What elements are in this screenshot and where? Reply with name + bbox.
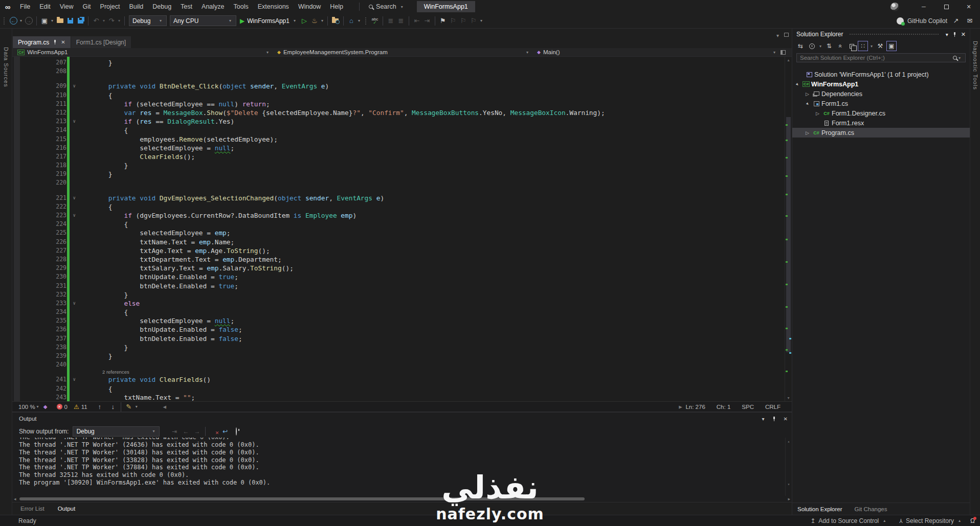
tree-item-winformsapp1[interactable]: ▾C#WinFormsApp1 [792,79,970,89]
breadcrumb-type[interactable]: ◆ EmployeeManagementSystem.Program ▾ [272,48,532,56]
word-wrap-button[interactable]: ↩ [219,428,231,435]
clear-bookmarks-button[interactable]: ⚐ [469,15,479,27]
warning-count[interactable]: 11 [81,404,87,410]
next-issue-button[interactable]: ↓ [108,401,118,413]
chevron-down-icon[interactable]: ▾ [479,18,484,23]
tab-output[interactable]: Output [58,506,76,512]
output-source-dropdown[interactable]: Debug ▾ [73,426,160,437]
codelens-references[interactable]: 2 references [12,369,792,375]
indent-button[interactable]: ⇥ [422,15,432,27]
switch-views-icon[interactable]: ⇆ [795,41,806,51]
menu-item-analyze[interactable]: Analyze [197,0,229,13]
code-line[interactable]: 226 txtName.Text = emp.Name; [12,238,792,246]
diagnostic-tools-tab[interactable]: Diagnostic Tools [972,41,978,90]
editor-horizontal-scrollbar[interactable] [170,402,676,411]
code-line[interactable]: 237 btnDelete.Enabled = false; [12,334,792,343]
code-line[interactable]: 217 ClearFields(); [12,152,792,161]
code-line[interactable]: 216 selectedEmployee = null; [12,144,792,152]
menu-item-tools[interactable]: Tools [229,0,253,13]
close-icon[interactable]: ✕ [784,416,788,422]
pending-changes-filter-icon[interactable] [807,41,817,51]
chevron-down-icon[interactable]: ▾ [818,44,823,49]
scroll-up-icon[interactable]: ▴ [786,438,792,446]
menu-item-help[interactable]: Help [325,0,348,13]
close-icon[interactable]: ✕ [61,39,65,45]
tree-item-solution-winformsapp1-1-of-1-project-[interactable]: Solution 'WinFormsApp1' (1 of 1 project) [792,70,970,79]
chevron-down-icon[interactable]: ▾ [357,18,362,23]
code-line[interactable]: 240 [12,360,792,369]
chevron-down-icon[interactable]: ▾ [134,404,139,409]
goto-message-button[interactable]: ⇥ [169,428,180,435]
start-debugging-button[interactable]: ▶ WinFormsApp1 ▾ [240,17,297,25]
scroll-right-icon[interactable]: ▸ [675,401,685,413]
collapse-all-icon[interactable]: « [835,41,845,51]
menu-item-extensions[interactable]: Extensions [253,0,294,13]
data-sources-tab[interactable]: Data Sources [3,47,9,87]
scroll-right-icon[interactable]: ▸ [788,496,790,502]
menu-item-file[interactable]: File [15,0,35,13]
menu-item-window[interactable]: Window [294,0,325,13]
code-line[interactable]: 208 [12,67,792,76]
menu-item-test[interactable]: Test [176,0,197,13]
code-line[interactable]: 223∨ if (dgvEmployees.CurrentRow?.DataBo… [12,211,792,220]
code-line[interactable]: 230 btnUpdate.Enabled = true; [12,272,792,281]
menu-item-edit[interactable]: Edit [35,0,55,13]
code-line[interactable]: 211 if (selectedEmployee == null) return… [12,100,792,108]
code-line[interactable]: 222 { [12,202,792,211]
scroll-down-icon[interactable]: ▾ [786,481,792,489]
chevron-down-icon[interactable]: ▾ [18,18,24,23]
code-line[interactable]: 215 employees.Remove(selectedEmployee); [12,135,792,144]
code-line[interactable]: 219 } [12,170,792,178]
output-horizontal-scrollbar[interactable]: ◂ ▸ [12,496,792,502]
code-line[interactable]: 227 txtAge.Text = emp.Age.ToString(); [12,246,792,255]
breadcrumb-project[interactable]: C# WinFormsApp1 ▾ [12,48,272,56]
redo-button[interactable]: ↷ [106,15,117,27]
preview-selected-items-icon[interactable]: ▣ [886,41,897,51]
show-all-files-icon[interactable]: ∷ [858,41,868,51]
scroll-down-icon[interactable]: ▾ [785,396,792,400]
window-position-icon[interactable]: ▾ [762,416,765,422]
window-position-icon[interactable]: ▾ [946,32,948,37]
code-line[interactable]: 233∨ else [12,299,792,308]
previous-message-button[interactable]: ← [180,428,191,435]
notifications-bell-icon[interactable]: Ω [970,517,975,524]
tree-item-form1-designer-cs[interactable]: ▷C#Form1.Designer.cs [792,108,970,118]
code-line[interactable]: 209∨ private void BtnDelete_Click(object… [12,82,792,90]
code-line[interactable]: 228 txtDepartment.Text = emp.Department; [12,255,792,264]
save-all-button[interactable] [75,15,85,27]
error-count[interactable]: 0 [64,404,68,410]
breakpoint-margin[interactable] [14,57,20,401]
next-bookmark-button[interactable]: ⚐ [458,15,469,27]
comment-button[interactable]: ≣ [386,15,396,27]
toggle-bookmark-button[interactable]: ⚑ [438,15,448,27]
search-box[interactable]: Search ▾ [364,2,410,11]
add-to-source-control-button[interactable]: ↥ Add to Source Control ▴ [806,517,891,524]
find-in-files-button[interactable] [330,15,341,27]
pin-icon[interactable] [53,39,57,45]
code-line[interactable]: 210 { [12,91,792,100]
output-log[interactable]: The thread '.NET TP Worker' has exited w… [12,438,792,496]
code-line[interactable]: 238 } [12,343,792,352]
github-copilot-button[interactable]: GitHub Copilot ↗ ✉ [897,15,980,27]
wrench-icon[interactable]: ⚒ [875,41,885,51]
pin-icon[interactable] [952,32,957,37]
document-health-icon[interactable]: ◆ [40,401,51,413]
maximize-button[interactable] [935,0,957,13]
float-window-icon[interactable] [784,33,789,37]
tab-error-list[interactable]: Error List [20,506,44,512]
solution-platform-dropdown[interactable]: Any CPU ▾ [170,15,236,26]
new-project-button[interactable]: ▣ [39,15,50,27]
menu-item-view[interactable]: View [55,0,78,13]
expander-icon[interactable]: ▾ [793,80,802,89]
start-without-debugging-button[interactable]: ▷ [299,15,309,27]
navigate-back-button[interactable]: ← [8,15,18,27]
code-editor[interactable]: 207 }208209∨ private void BtnDelete_Clic… [12,57,792,401]
code-line[interactable]: 214 { [12,126,792,134]
code-line[interactable]: 213∨ if (res == DialogResult.Yes) [12,117,792,126]
tab-git-changes[interactable]: Git Changes [855,506,887,512]
tree-item-form1-cs[interactable]: ▾Form1.cs [792,99,970,108]
code-cleanup-button[interactable]: ✎ [124,401,134,413]
code-line[interactable]: 239 } [12,352,792,360]
breadcrumb-member[interactable]: ◆ Main() ▾ [532,48,792,56]
expander-icon[interactable]: ▷ [804,92,811,97]
